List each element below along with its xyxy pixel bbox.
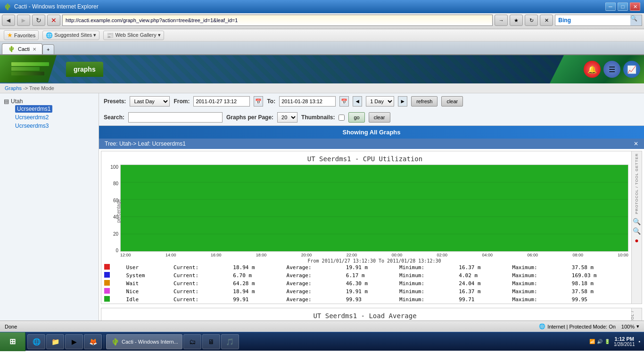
back-button[interactable]: ◄ <box>2 15 15 26</box>
tree-utah-item[interactable]: ▤ Utah Ucrseerdms1 Ucrseerdms2 Ucrseerdm… <box>4 97 95 131</box>
nice-average-label: Average: <box>284 288 343 296</box>
period-select[interactable]: 1 Day 1 Week 1 Month <box>366 96 394 107</box>
y-label-0: 0 <box>116 248 118 253</box>
system-minimum-label: Minimum: <box>396 272 456 280</box>
load-chart-title: UT Seerdms1 - Load Average <box>101 308 628 321</box>
wait-maximum-label: Maximum: <box>510 280 569 288</box>
add-favorites-button[interactable]: ★ <box>510 15 523 26</box>
sidebar-item-ucrseerdms2[interactable]: Ucrseerdms2 <box>4 113 95 122</box>
x-tick-0000: 00:00 <box>392 253 403 257</box>
firefox-icon: 🦊 <box>88 337 98 346</box>
stop-page-button[interactable]: ✕ <box>540 15 553 26</box>
address-bar[interactable] <box>62 15 493 26</box>
close-button[interactable]: ✕ <box>630 2 640 11</box>
graphs-tab[interactable]: graphs <box>66 62 103 77</box>
system-legend-color <box>104 272 110 278</box>
header-alarm-icon[interactable]: 🔔 <box>584 61 601 78</box>
collapse-graph-icon[interactable]: ✕ <box>634 140 638 147</box>
from-date-input[interactable] <box>193 96 250 107</box>
graph-action-icon[interactable]: ● <box>635 237 638 244</box>
sidebar-item-ucrseerdms1[interactable]: Ucrseerdms1 <box>4 105 95 113</box>
next-period-button[interactable]: ► <box>398 96 407 107</box>
status-zone: 🌐 Internet | Protected Mode: On <box>539 323 616 329</box>
zoom-out-icon[interactable]: 🔍 <box>633 227 641 235</box>
tab-close-icon[interactable]: ✕ <box>33 47 36 52</box>
refresh-page-button[interactable]: ↻ <box>525 15 538 26</box>
new-tab-button[interactable]: + <box>42 44 54 54</box>
to-calendar-button[interactable]: 📅 <box>339 96 349 107</box>
y-label-20: 20 <box>113 231 118 237</box>
to-date-input[interactable] <box>279 96 336 107</box>
taskbar-folder-icon[interactable]: 📁 <box>46 334 64 349</box>
ucrseerdms2-link[interactable]: Ucrseerdms2 <box>15 114 49 121</box>
stop-button[interactable]: ✕ <box>47 15 60 26</box>
from-calendar-button[interactable]: 📅 <box>254 96 263 107</box>
taskbar-cacti-window[interactable]: 🌵 Cacti - Windows Intern... <box>106 334 182 349</box>
taskbar-right: 📶 🔊 🔋 1:12 PM 1/28/2011 ▪ <box>586 336 644 347</box>
taskbar-extra2[interactable]: 🖥 <box>202 334 220 349</box>
user-average-val: 19.91 m <box>343 263 396 272</box>
breadcrumb-arrow: -> <box>23 85 28 91</box>
taskbar-extra3[interactable]: 🎵 <box>221 334 239 349</box>
clock: 1:12 PM 1/28/2011 <box>614 336 635 347</box>
taskbar-mediaplayer-icon[interactable]: ▶ <box>65 334 83 349</box>
graphs-per-page-select[interactable]: 20 10 50 <box>277 112 297 123</box>
extra3-icon: 🎵 <box>225 337 235 346</box>
header-list-icon[interactable]: ☰ <box>603 61 620 78</box>
breadcrumb-graphs-link[interactable]: Graphs <box>5 85 22 91</box>
status-done: Done <box>5 324 17 329</box>
clear-button[interactable]: clear <box>441 96 463 107</box>
suggested-sites-icon: 🌐 <box>46 32 53 39</box>
volume-icon: 🔊 <box>597 339 603 344</box>
presets-label: Presets: <box>104 98 126 105</box>
suggested-sites-button[interactable]: 🌐 Suggested Sites ▾ <box>42 31 99 40</box>
zone-text: Internet | Protected Mode: On <box>547 324 616 329</box>
protocol-text: PROTOCOL / TOOL GETTER <box>635 153 639 214</box>
nice-maximum-label: Maximum: <box>510 288 569 296</box>
x-tick-2200: 22:00 <box>347 253 357 257</box>
zoom-icon[interactable]: ▾ <box>636 323 639 329</box>
header-chart-icon[interactable]: 📈 <box>623 61 640 78</box>
minimize-button[interactable]: ─ <box>605 2 616 11</box>
go-button[interactable]: go <box>348 112 364 123</box>
ucrseerdms1-link[interactable]: Ucrseerdms1 <box>15 105 52 113</box>
web-slice-gallery-button[interactable]: 📰 Web Slice Gallery ▾ <box>103 31 164 40</box>
title-bar-icon: 🌵 <box>4 3 11 10</box>
forward-button[interactable]: ► <box>17 15 30 26</box>
taskbar-extra1[interactable]: 🗂 <box>183 334 201 349</box>
x-tick-0800: 08:00 <box>572 253 583 257</box>
bing-search: Bing 🔍 <box>555 15 642 26</box>
idle-current-label: Current: <box>171 296 230 304</box>
refresh-button[interactable]: refresh <box>411 96 438 107</box>
wait-label: Wait <box>124 280 171 288</box>
bing-input[interactable] <box>574 17 630 23</box>
taskbar-ie-icon[interactable]: 🌐 <box>27 334 45 349</box>
prev-period-button[interactable]: ◄ <box>353 96 362 107</box>
search-input[interactable] <box>128 112 223 123</box>
show-desktop-button[interactable]: ▪ <box>638 339 640 344</box>
x-tick-1400: 14:00 <box>165 253 176 257</box>
clock-time: 1:12 PM <box>614 336 635 342</box>
favorites-button[interactable]: ★ Favorites <box>4 30 39 40</box>
maximize-button[interactable]: □ <box>618 2 628 11</box>
browser-tab-cacti[interactable]: 🌵 Cacti ✕ <box>2 43 42 54</box>
zoom-in-icon[interactable]: 🔍 <box>633 218 641 225</box>
sidebar-item-ucrseerdms3[interactable]: Ucrseerdms3 <box>4 122 95 130</box>
system-maximum-label: Maximum: <box>510 272 569 280</box>
clear-search-button[interactable]: clear <box>369 112 390 123</box>
refresh-button[interactable]: ↻ <box>32 15 45 26</box>
extra1-icon: 🗂 <box>188 337 197 346</box>
start-button[interactable]: ⊞ <box>0 332 25 351</box>
go-button[interactable]: → <box>495 15 508 26</box>
taskbar: ⊞ 🌐 📁 ▶ 🦊 🌵 Cacti - Windows Intern... 🗂 … <box>0 332 644 351</box>
bing-search-button[interactable]: 🔍 <box>630 15 642 25</box>
x-tick-1000: 10:00 <box>618 253 628 257</box>
title-bar-title: Cacti - Windows Internet Explorer <box>14 3 99 10</box>
system-current-label: Current: <box>171 272 230 280</box>
presets-select[interactable]: Last Day Last Week Last Month <box>130 96 170 107</box>
taskbar-firefox-icon[interactable]: 🦊 <box>84 334 102 349</box>
nice-minimum-label: Minimum: <box>396 288 456 296</box>
ucrseerdms3-link[interactable]: Ucrseerdms3 <box>15 123 49 129</box>
thumbnails-checkbox[interactable] <box>339 115 345 121</box>
title-bar: 🌵 Cacti - Windows Internet Explorer ─ □ … <box>0 0 644 13</box>
